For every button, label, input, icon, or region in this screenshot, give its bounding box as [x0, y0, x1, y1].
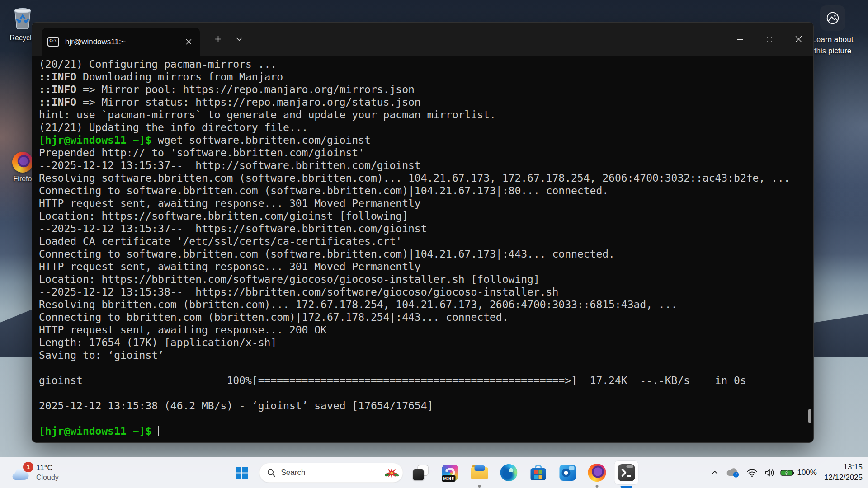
terminal-line: ::INFO => Mirror status: https://repo.ma… — [39, 96, 807, 108]
weather-text: 11°C Cloudy — [36, 464, 59, 482]
terminal-line: hint: use `pacman-mirrors` to generate a… — [39, 108, 807, 121]
tab-close-button[interactable] — [182, 35, 195, 49]
volume-tray-icon[interactable] — [761, 464, 778, 482]
windows-logo-icon — [236, 467, 248, 479]
terminal-line: --2025-12-12 13:15:37-- https://software… — [39, 222, 807, 235]
terminal-line: Location: https://bbritten.com/software/… — [39, 273, 807, 286]
search-icon — [267, 469, 276, 477]
terminal-line: --2025-12-12 13:15:37-- http://software.… — [39, 159, 807, 172]
tab-dropdown-button[interactable] — [231, 31, 247, 47]
terminal-line: ::INFO => Mirror pool: https://repo.manj… — [39, 83, 807, 96]
taskbar-app-task-view[interactable] — [409, 461, 433, 484]
task-view-icon — [413, 465, 429, 480]
taskbar-app-outlook[interactable] — [556, 461, 580, 484]
spotlight-label-line2: this picture — [812, 46, 854, 57]
terminal-line: Prepended http:// to 'software.bbritten.… — [39, 146, 807, 159]
terminal-titlebar[interactable]: C:\ hjr@windows11:~ — [32, 23, 813, 56]
terminal-output[interactable]: (20/21) Configuring pacman-mirrors ...::… — [32, 56, 813, 442]
clock-time: 13:15 — [824, 462, 863, 473]
terminal-line: Connecting to software.bbritten.com (sof… — [39, 184, 807, 197]
terminal-line — [39, 361, 807, 374]
taskbar-center: Search M365 — [230, 457, 638, 488]
close-button[interactable] — [784, 23, 813, 56]
edge-icon — [500, 464, 518, 481]
terminal-line: (20/21) Configuring pacman-mirrors ... — [39, 58, 807, 70]
weather-widget[interactable]: 1 11°C Cloudy — [6, 457, 62, 488]
terminal-line: Resolving bbritten.com (bbritten.com)...… — [39, 298, 807, 311]
command-prompt-icon: C:\ — [47, 37, 59, 47]
wifi-tray-icon[interactable] — [743, 464, 761, 482]
start-button[interactable] — [230, 461, 254, 484]
minimize-button[interactable] — [725, 23, 755, 56]
microsoft-store-icon — [531, 465, 546, 480]
weather-cloud-icon: 1 — [10, 464, 32, 481]
m365-copilot-icon: M365 — [442, 465, 458, 481]
maximize-button[interactable] — [755, 23, 784, 56]
system-tray: i 100% 13:15 12/12/2025 — [707, 457, 863, 488]
weather-temperature: 11°C — [36, 464, 59, 473]
battery-percent: 100% — [797, 468, 816, 477]
svg-text:i: i — [736, 472, 737, 477]
terminal-window: C:\ hjr@windows11:~ (20/21) Configuring … — [32, 22, 814, 443]
taskbar-app-edge[interactable] — [497, 461, 521, 484]
search-placeholder: Search — [281, 468, 379, 477]
onedrive-tray-icon[interactable]: i — [722, 464, 743, 482]
terminal-line: Location: https://software.bbritten.com/… — [39, 210, 807, 222]
taskbar-app-microsoft-store[interactable] — [527, 461, 550, 484]
terminal-tab-title: hjr@windows11:~ — [65, 38, 126, 47]
terminal-tab[interactable]: C:\ hjr@windows11:~ — [42, 28, 200, 56]
tab-separator — [228, 35, 228, 44]
terminal-line: gioinst 100%[===========================… — [39, 374, 807, 387]
close-icon — [795, 36, 802, 42]
picture-info-icon[interactable] — [820, 5, 845, 31]
terminal-line — [39, 412, 807, 425]
taskbar-app-firefox[interactable] — [585, 461, 609, 484]
m365-badge: M365 — [442, 475, 456, 482]
terminal-line: HTTP request sent, awaiting response... … — [39, 324, 807, 336]
terminal-line: Connecting to software.bbritten.com (sof… — [39, 248, 807, 260]
firefox-icon — [12, 152, 33, 173]
running-indicator — [596, 485, 599, 488]
weather-condition: Cloudy — [36, 474, 59, 482]
terminal-line: Resolving software.bbritten.com (softwar… — [39, 172, 807, 184]
terminal-line: [hjr@windows11 ~]$ wget software.bbritte… — [39, 134, 807, 146]
taskbar-app-windows-terminal[interactable] — [615, 461, 638, 484]
outlook-icon — [560, 465, 576, 481]
terminal-scrollbar-thumb[interactable] — [808, 409, 811, 423]
terminal-line — [39, 387, 807, 399]
search-box[interactable]: Search — [259, 463, 403, 483]
window-controls — [725, 23, 813, 56]
terminal-line: (21/21) Updating the info directory file… — [39, 121, 807, 134]
battery-charging-icon — [780, 469, 794, 477]
recycle-bin-icon — [12, 6, 33, 32]
desktop: { "desktop": { "icons": [ { "label": "Re… — [0, 0, 868, 488]
clock-date: 12/12/2025 — [824, 473, 863, 483]
file-explorer-icon — [471, 465, 488, 480]
terminal-line: Connecting to bbritten.com (bbritten.com… — [39, 311, 807, 324]
terminal-line: [hjr@windows11 ~]$ — [39, 425, 807, 437]
terminal-line: HTTP request sent, awaiting response... … — [39, 197, 807, 210]
chevron-up-icon — [710, 468, 719, 477]
terminal-cursor — [158, 426, 159, 436]
terminal-line: Loaded CA certificate '/etc/ssl/certs/ca… — [39, 235, 807, 248]
taskbar-app-m365-copilot[interactable]: M365 — [439, 461, 462, 484]
taskbar-app-file-explorer[interactable] — [468, 461, 491, 484]
battery-status[interactable]: 100% — [780, 468, 816, 477]
terminal-line: Saving to: ‘gioinst’ — [39, 349, 807, 361]
terminal-line: 2025-12-12 13:15:38 (46.2 MB/s) - ‘gioin… — [39, 399, 807, 412]
new-tab-button[interactable] — [210, 31, 226, 47]
tray-overflow-button[interactable] — [707, 464, 722, 482]
notification-badge: 1 — [23, 462, 33, 472]
firefox-label: Firefo — [14, 175, 32, 183]
terminal-line: HTTP request sent, awaiting response... … — [39, 260, 807, 273]
seasonal-flower-icon — [385, 465, 399, 480]
spotlight-label-line1: Learn about — [812, 34, 854, 46]
clock[interactable]: 13:15 12/12/2025 — [824, 462, 863, 483]
running-indicator — [478, 485, 481, 488]
terminal-line: ::INFO Downloading mirrors from Manjaro — [39, 70, 807, 83]
windows-terminal-icon — [618, 464, 635, 481]
maximize-icon — [767, 37, 772, 42]
spotlight-label: Learn about this picture — [812, 34, 854, 56]
terminal-line: Length: 17654 (17K) [application/x-sh] — [39, 336, 807, 349]
terminal-line: --2025-12-12 13:15:38-- https://bbritten… — [39, 286, 807, 298]
